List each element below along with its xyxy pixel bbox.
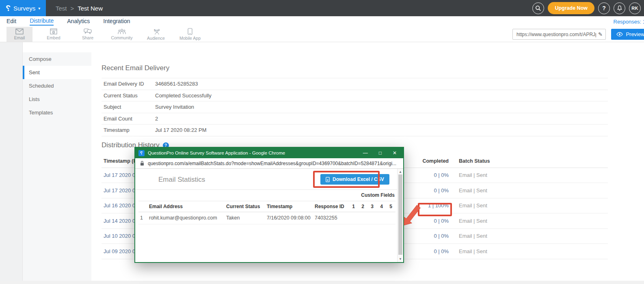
column-custom-2: 2 xyxy=(358,201,367,212)
completed-link[interactable]: 0 | 0% xyxy=(434,233,449,239)
survey-url-input[interactable] xyxy=(516,32,596,37)
eye-icon xyxy=(616,32,623,37)
page-bottom-strip xyxy=(0,281,644,284)
sidebar-item-scheduled[interactable]: Scheduled xyxy=(23,79,91,93)
sidebar-item-templates[interactable]: Templates xyxy=(23,106,91,119)
scrollbar-thumb[interactable] xyxy=(398,174,402,255)
table-row: Current Status Completed Successfully xyxy=(102,90,608,101)
row-email: rohit.kumar@questionpro.com xyxy=(147,212,225,224)
toolbar-item-label: Community xyxy=(111,35,132,40)
toolbar-item-audience[interactable]: $ Audience xyxy=(143,27,169,42)
tab-integration[interactable]: Integration xyxy=(103,18,130,25)
detail-label: Subject xyxy=(102,101,153,113)
email-sidebar: Compose Sent Scheduled Lists Templates xyxy=(23,52,91,284)
column-custom-4: 4 xyxy=(377,201,386,212)
tab-edit[interactable]: Edit xyxy=(6,18,16,25)
breadcrumb-current: Test New xyxy=(78,5,103,12)
toolbar-item-email[interactable]: Email xyxy=(6,27,32,42)
breadcrumb-parent[interactable]: Test xyxy=(56,5,67,12)
column-custom-5: 5 xyxy=(386,201,395,212)
tab-analytics[interactable]: Analytics xyxy=(67,18,90,25)
row-response-id: 74032255 xyxy=(313,212,349,224)
upgrade-now-button[interactable]: Upgrade Now xyxy=(548,2,594,14)
custom-fields-label: Custom Fields xyxy=(349,190,395,201)
completed-link-highlighted[interactable]: 1 | 100% xyxy=(428,202,449,209)
batch-status: Email | Sent xyxy=(459,248,487,254)
popup-scrollbar[interactable]: ▲ ▼ xyxy=(397,169,403,262)
survey-url-field[interactable]: ✎ xyxy=(512,29,606,40)
page-left-gutter xyxy=(0,42,23,284)
edit-url-pencil-icon[interactable]: ✎ xyxy=(598,31,603,37)
batch-status: Email | Sent xyxy=(459,233,487,239)
toolbar-item-embed[interactable]: Embed xyxy=(41,27,67,42)
detail-value: 3468561-5285283 xyxy=(153,78,608,90)
detail-value: Survey Invitation xyxy=(153,101,608,113)
batch-status: Email | Sent xyxy=(459,172,487,178)
detail-label: Email Count xyxy=(102,113,153,125)
help-button[interactable]: ? xyxy=(598,2,610,14)
notifications-button[interactable] xyxy=(614,2,625,14)
email-icon xyxy=(15,28,24,34)
questionpro-favicon: ? xyxy=(138,150,145,156)
popup-titlebar[interactable]: ? QuestionPro Online Survey Software App… xyxy=(135,148,403,158)
column-current-status: Current Status xyxy=(225,201,265,212)
bell-icon xyxy=(617,5,622,11)
completed-link[interactable]: 0 | 0% xyxy=(434,172,449,178)
batch-status: Email | Sent xyxy=(459,202,487,209)
detail-label: Current Status xyxy=(102,90,153,101)
table-row: Email Count 2 xyxy=(102,113,608,125)
scroll-up-icon[interactable]: ▲ xyxy=(398,170,403,174)
chevron-down-icon: ▾ xyxy=(38,6,40,11)
detail-value: Completed Successfully xyxy=(153,90,608,101)
sidebar-item-lists[interactable]: Lists xyxy=(23,93,91,106)
breadcrumb: Test > Test New xyxy=(56,5,103,12)
toolbar-item-share[interactable]: Share xyxy=(75,27,101,42)
completed-link[interactable]: 0 | 0% xyxy=(434,187,449,194)
community-icon xyxy=(118,28,126,34)
minimize-icon[interactable]: — xyxy=(363,150,368,156)
toolbar-item-community[interactable]: Community xyxy=(109,27,135,42)
toolbar-item-mobile-app[interactable]: Mobile App xyxy=(177,27,203,42)
window-controls: — □ ✕ xyxy=(363,150,398,156)
popup-window-title: QuestionPro Online Survey Software Appli… xyxy=(148,151,360,155)
email-statistics-title: Email Statistics xyxy=(158,176,205,184)
breadcrumb-separator: > xyxy=(71,5,74,12)
batch-status: Email | Sent xyxy=(459,187,487,194)
surveys-menu[interactable]: ? Surveys ▾ xyxy=(0,0,46,16)
user-avatar[interactable]: RK xyxy=(629,2,641,14)
distribute-toolbar: Email Embed Share Community $ Audience M… xyxy=(0,27,644,42)
maximize-icon[interactable]: □ xyxy=(379,150,382,156)
spreadsheet-file-icon: x xyxy=(326,177,330,182)
sidebar-item-sent[interactable]: Sent xyxy=(23,66,91,79)
scroll-down-icon[interactable]: ▼ xyxy=(398,257,403,261)
download-label: Download Excel / CSV xyxy=(333,176,384,182)
responses-count-link[interactable]: Responses: 1 xyxy=(614,19,644,25)
column-completed: Completed xyxy=(408,155,449,168)
sidebar-item-compose[interactable]: Compose xyxy=(23,52,91,66)
table-row: Subject Survey Invitation xyxy=(102,101,608,113)
popup-heading-row: Email Statistics x Download Excel / CSV xyxy=(135,169,397,190)
popup-address-bar[interactable]: questionpro.com/a/emailBatchStats.do?mod… xyxy=(135,158,403,169)
email-statistics-popup-window: ? QuestionPro Online Survey Software App… xyxy=(134,147,404,263)
popup-url-text: questionpro.com/a/emailBatchStats.do?mod… xyxy=(148,161,396,166)
close-icon[interactable]: ✕ xyxy=(393,150,397,156)
survey-nav-tabs: Edit Distribute Analytics Integration Re… xyxy=(0,16,644,27)
column-response-id: Response ID xyxy=(313,201,349,212)
table-row: 1 rohit.kumar@questionpro.com Taken 7/16… xyxy=(138,212,395,224)
search-button[interactable] xyxy=(532,2,544,14)
svg-text:x: x xyxy=(327,178,328,181)
completed-link[interactable]: 0 | 0% xyxy=(434,218,449,224)
download-excel-csv-button[interactable]: x Download Excel / CSV xyxy=(320,174,389,185)
toolbar-item-label: Share xyxy=(82,35,93,40)
preview-button[interactable]: Preview xyxy=(611,29,644,40)
custom-fields-row: Custom Fields xyxy=(138,190,395,201)
detail-value: 2 xyxy=(153,113,608,125)
lock-icon xyxy=(140,161,144,166)
column-custom-1: 1 xyxy=(349,201,358,212)
completed-link[interactable]: 0 | 0% xyxy=(434,248,449,254)
recent-email-delivery-table: Email Delivery ID 3468561-5285283 Curren… xyxy=(102,78,608,136)
svg-text:$: $ xyxy=(154,28,156,32)
toolbar-item-label: Email xyxy=(14,35,25,40)
column-email-address: Email Address xyxy=(147,201,225,212)
tab-distribute[interactable]: Distribute xyxy=(30,17,54,26)
